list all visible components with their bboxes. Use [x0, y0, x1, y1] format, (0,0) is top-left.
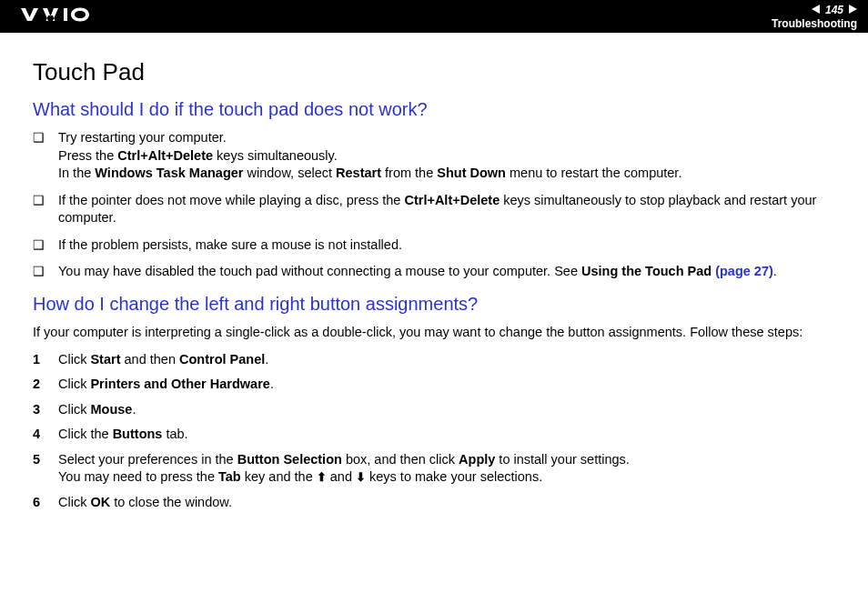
step-item: 6 Click OK to close the window. — [33, 494, 835, 512]
svg-rect-0 — [64, 8, 67, 21]
list-item: If the pointer does not move while playi… — [33, 192, 835, 227]
header-bar: 145 Troubleshooting — [0, 0, 868, 33]
step-item: 4 Click the Buttons tab. — [33, 426, 835, 444]
page-root: 145 Troubleshooting Touch Pad What shoul… — [0, 0, 868, 613]
step-item: 1 Click Start and then Control Panel. — [33, 351, 835, 369]
page-number: 145 — [825, 4, 843, 16]
prev-page-arrow-icon[interactable] — [812, 4, 820, 16]
header-right: 145 Troubleshooting — [772, 4, 857, 30]
step-item: 3 Click Mouse. — [33, 401, 835, 419]
section2-heading: How do I change the left and right butto… — [33, 294, 835, 315]
section1-list: Try restarting your computer. Press the … — [33, 129, 835, 281]
list-item: If the problem persists, make sure a mou… — [33, 236, 835, 255]
section2-steps: 1 Click Start and then Control Panel. 2 … — [33, 351, 835, 512]
up-arrow-icon: ⬆ — [317, 470, 327, 484]
vaio-logo — [16, 7, 116, 25]
page-nav: 145 — [812, 4, 857, 16]
list-item: Try restarting your computer. Press the … — [33, 129, 835, 183]
step-item: 2 Click Printers and Other Hardware. — [33, 376, 835, 394]
down-arrow-icon: ⬇ — [356, 470, 366, 484]
section1-heading: What should I do if the touch pad does n… — [33, 99, 835, 120]
next-page-arrow-icon[interactable] — [849, 4, 857, 16]
content-area: Touch Pad What should I do if the touch … — [0, 33, 868, 613]
step-item: 5 Select your preferences in the Button … — [33, 451, 835, 487]
page-title: Touch Pad — [33, 58, 835, 86]
breadcrumb: Troubleshooting — [772, 17, 857, 30]
list-item: You may have disabled the touch pad with… — [33, 263, 835, 281]
section2-intro: If your computer is interpreting a singl… — [33, 324, 835, 342]
page-link-27[interactable]: (page 27) — [715, 264, 773, 278]
